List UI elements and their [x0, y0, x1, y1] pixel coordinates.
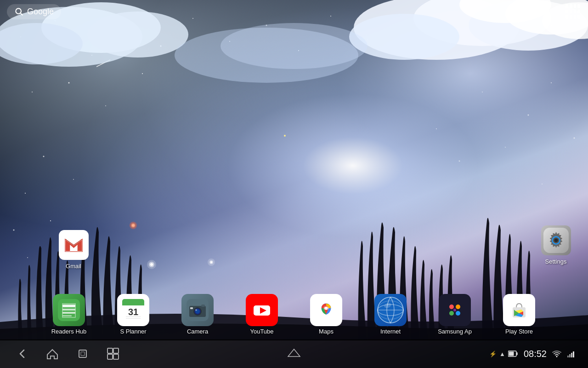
svg-line-60	[21, 13, 23, 16]
usb-icon: ⚡	[489, 351, 497, 357]
play-store-label: Play Store	[505, 328, 533, 335]
internet-label: Internet	[380, 328, 401, 335]
samsung-apps-label: Samsung Ap	[438, 328, 472, 335]
signal-icon	[567, 350, 574, 357]
home-button[interactable]	[44, 345, 61, 362]
svg-rect-128	[516, 352, 518, 355]
svg-rect-74	[62, 305, 75, 307]
recent-apps-button[interactable]	[74, 345, 91, 362]
svg-rect-130	[569, 354, 571, 357]
svg-point-89	[195, 309, 197, 311]
grid-dot	[574, 15, 577, 19]
dock-item-camera[interactable]: Camera	[177, 294, 218, 335]
apps-grid-button[interactable]	[565, 3, 581, 20]
navigation-bar: ⚡ ▲ 08:52	[0, 339, 588, 368]
svg-rect-125	[113, 354, 119, 359]
grid-dot	[565, 4, 568, 8]
grid-dot	[577, 15, 580, 19]
maps-icon: G	[310, 294, 342, 326]
status-icons: ⚡ ▲	[489, 351, 518, 357]
svg-point-115	[456, 311, 460, 316]
internet-icon	[374, 294, 407, 326]
grid-dot	[577, 10, 580, 14]
svg-point-113	[456, 305, 460, 309]
grid-dot	[570, 15, 572, 19]
grid-dot	[577, 4, 580, 8]
s-planner-icon: 31	[117, 294, 149, 326]
youtube-label: YouTube	[250, 328, 273, 335]
dock-item-maps[interactable]: G Maps	[305, 294, 347, 335]
svg-text:31: 31	[128, 307, 138, 317]
svg-point-59	[16, 8, 21, 14]
readers-hub-icon	[53, 294, 85, 326]
warning-icon: ▲	[499, 351, 505, 357]
dock: Readers Hub 31 S Planner	[0, 289, 588, 339]
dock-item-s-planner[interactable]: 31 S Planner	[113, 294, 154, 335]
grid-dot	[565, 15, 568, 19]
dock-item-youtube[interactable]: YouTube	[241, 294, 283, 335]
svg-rect-131	[571, 353, 572, 357]
camera-label: Camera	[187, 328, 208, 335]
samsung-apps-icon	[439, 294, 471, 326]
grid-dot	[574, 10, 577, 14]
topbar: Google	[0, 0, 588, 23]
svg-rect-127	[509, 352, 514, 356]
svg-point-116	[453, 309, 456, 311]
gmail-desktop-icon[interactable]: Gmail	[55, 230, 92, 270]
dock-item-readers-hub[interactable]: Readers Hub	[48, 294, 90, 335]
svg-rect-124	[107, 354, 113, 359]
grid-dot	[570, 10, 572, 14]
youtube-icon	[246, 294, 278, 326]
svg-rect-77	[62, 315, 72, 316]
svg-point-103	[325, 306, 328, 310]
nav-right-status: ⚡ ▲ 08:52	[489, 349, 574, 359]
camera-icon	[181, 294, 214, 326]
search-bar[interactable]: Google	[7, 4, 61, 19]
search-icon	[14, 7, 23, 16]
screenshot-button[interactable]	[105, 345, 121, 362]
dock-item-internet[interactable]: Internet	[370, 294, 411, 335]
svg-point-114	[449, 311, 454, 316]
svg-rect-120	[79, 350, 86, 357]
dock-item-samsung-apps[interactable]: Samsung Ap	[434, 294, 475, 335]
search-label: Google	[27, 7, 54, 17]
svg-rect-122	[107, 348, 113, 353]
grid-dot	[565, 10, 568, 14]
time-display: 08:52	[524, 349, 547, 359]
settings-icon-image	[541, 225, 571, 255]
settings-desktop-area: Settings	[537, 28, 574, 265]
svg-rect-132	[573, 351, 574, 357]
svg-rect-75	[62, 309, 75, 310]
dock-item-play-store[interactable]: Play Store	[498, 294, 540, 335]
svg-point-58	[220, 23, 368, 69]
svg-rect-123	[113, 348, 119, 353]
desktop-icons: Gmail	[55, 28, 92, 270]
settings-desktop-icon[interactable]: Settings	[537, 225, 574, 265]
svg-rect-121	[81, 352, 85, 356]
svg-point-71	[554, 238, 558, 242]
maps-label: Maps	[319, 328, 334, 335]
grid-dot	[570, 4, 572, 8]
svg-rect-91	[201, 305, 205, 307]
nav-left-buttons	[14, 345, 121, 362]
back-button[interactable]	[14, 345, 30, 362]
s-planner-label: S Planner	[120, 328, 146, 335]
svg-rect-129	[567, 356, 569, 357]
readers-hub-label: Readers Hub	[51, 328, 87, 335]
wifi-icon	[552, 350, 561, 357]
gmail-label: Gmail	[66, 263, 81, 270]
svg-rect-90	[190, 307, 193, 309]
svg-rect-76	[62, 312, 75, 314]
grid-dot	[574, 4, 577, 8]
play-store-icon	[503, 294, 535, 326]
nav-center-indicator[interactable]	[287, 348, 301, 359]
gmail-icon-image	[59, 230, 89, 260]
settings-label: Settings	[545, 258, 567, 265]
svg-rect-80	[122, 303, 144, 305]
svg-point-112	[449, 305, 454, 309]
battery-icon	[508, 351, 518, 357]
